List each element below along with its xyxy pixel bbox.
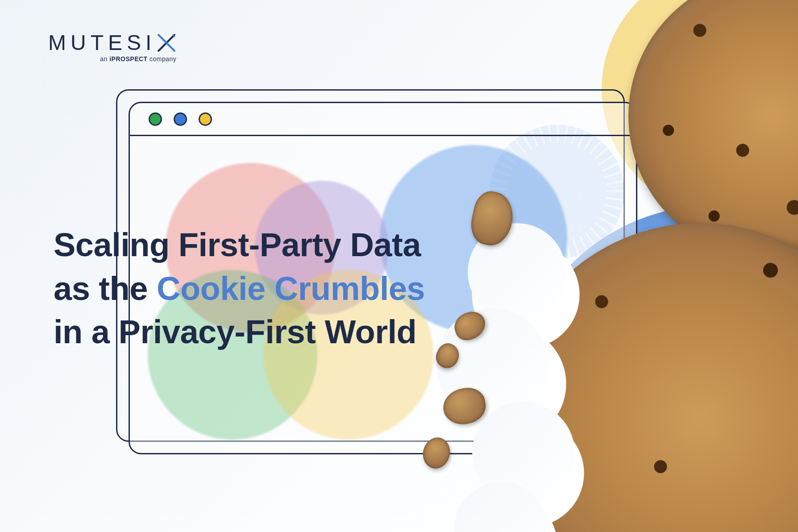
mutesix-logo: MUTESI an iPROSPECT company: [48, 32, 176, 62]
logo-tagline: an iPROSPECT company: [100, 55, 176, 62]
headline-line-2-accent: Cookie Crumbles: [157, 270, 425, 307]
headline-line-1: Scaling First-Party Data: [54, 226, 421, 263]
logo-text: MUTESI: [48, 32, 156, 54]
logo-x-icon: [157, 33, 176, 53]
logo-wordmark: MUTESI: [48, 32, 176, 54]
headline-line-2-pre: as the: [54, 270, 157, 307]
logo-tagline-brand: iPROSPECT: [109, 55, 147, 62]
traffic-light-blue-icon: [174, 112, 187, 126]
traffic-light-yellow-icon: [199, 112, 212, 126]
logo-tagline-prefix: an: [100, 55, 109, 62]
logo-tagline-suffix: company: [148, 55, 177, 62]
hero-headline: Scaling First-Party Data as the Cookie C…: [54, 223, 509, 354]
traffic-light-green-icon: [149, 112, 162, 126]
browser-titlebar: [130, 103, 636, 136]
headline-line-3: in a Privacy-First World: [54, 313, 416, 350]
